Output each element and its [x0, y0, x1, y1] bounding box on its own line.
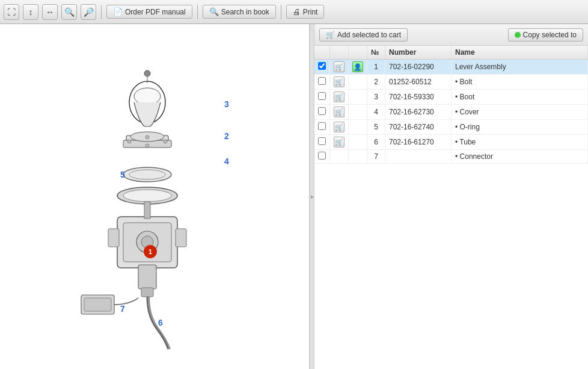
label-7: 7 [120, 304, 125, 314]
table-row[interactable]: 🛒3702-16-59330• Boot [314, 90, 588, 105]
order-pdf-label: Order PDF manual [125, 8, 186, 16]
pdf-icon: 📄 [113, 7, 123, 16]
row-cart1-cell: 🛒 [330, 105, 349, 120]
col-header-number: Number [385, 46, 452, 60]
cart1-icon[interactable]: 🛒 [334, 61, 345, 72]
label-6: 6 [158, 318, 163, 327]
cart1-icon[interactable]: 🛒 [334, 107, 345, 117]
expand-height-btn[interactable]: ↕ [23, 4, 38, 20]
table-row[interactable]: 🛒201252-60512• Bolt [314, 75, 588, 90]
label-2: 2 [224, 131, 229, 141]
row-part-name: • Tube [452, 135, 588, 150]
row-checkbox[interactable] [318, 152, 326, 160]
label-3: 3 [224, 99, 229, 109]
table-row[interactable]: 7• Connector [314, 150, 588, 164]
right-panel: 🛒 Add selected to cart Copy selected to … [314, 24, 588, 369]
table-container: № Number Name 🛒👤1702-16-02290Lever Assem… [314, 46, 588, 369]
row-checkbox-cell[interactable] [314, 90, 330, 105]
row-part-number: 702-16-62730 [385, 105, 452, 120]
svg-point-8 [164, 140, 167, 143]
sep1 [101, 5, 102, 19]
cart1-icon[interactable]: 🛒 [334, 91, 345, 102]
svg-rect-23 [141, 288, 153, 297]
zoom-out-btn[interactable]: 🔎 [81, 4, 96, 20]
table-header-row: № Number Name [314, 46, 588, 60]
row-checkbox[interactable] [318, 107, 326, 115]
cart1-icon[interactable]: 🛒 [334, 122, 345, 132]
table-row[interactable]: 🛒4702-16-62730• Cover [314, 105, 588, 120]
row-checkbox-cell[interactable] [314, 150, 330, 164]
row-cart1-cell: 🛒 [330, 135, 349, 150]
row-index: 2 [367, 75, 385, 90]
expand-width-btn[interactable]: ↔ [42, 4, 58, 20]
search-icon: 🔍 [209, 7, 219, 16]
cart1-icon[interactable]: 🛒 [334, 76, 345, 87]
svg-rect-21 [176, 229, 186, 247]
parts-table: № Number Name 🛒👤1702-16-02290Lever Assem… [314, 46, 588, 164]
row-cart2-cell [349, 105, 367, 120]
col-header-check [314, 46, 330, 60]
search-book-btn[interactable]: 🔍 Search in book [203, 5, 276, 19]
row-checkbox[interactable] [318, 92, 326, 100]
add-to-cart-btn[interactable]: 🛒 Add selected to cart [319, 28, 408, 42]
table-body: 🛒👤1702-16-02290Lever Assembly🛒201252-605… [314, 60, 588, 164]
col-header-name: Name [452, 46, 588, 60]
row-cart2-cell [349, 150, 367, 164]
main-content: 1 3 2 4 5 6 7 ▸ 🛒 Add selected to cart C… [0, 24, 588, 369]
row-checkbox-cell[interactable] [314, 135, 330, 150]
row-checkbox-cell[interactable] [314, 105, 330, 120]
row-part-name: • Connector [452, 150, 588, 164]
row-index: 3 [367, 90, 385, 105]
row-part-name: • Bolt [452, 75, 588, 90]
table-row[interactable]: 🛒6702-16-61270• Tube [314, 135, 588, 150]
row-checkbox-cell[interactable] [314, 60, 330, 75]
cart2-icon[interactable]: 👤 [352, 61, 363, 72]
row-checkbox[interactable] [318, 137, 326, 145]
label-4: 4 [224, 157, 229, 166]
cart-icon: 🛒 [326, 31, 335, 39]
sep3 [281, 5, 281, 19]
row-cart1-cell: 🛒 [330, 90, 349, 105]
green-dot-icon [515, 32, 521, 38]
row-checkbox[interactable] [318, 77, 326, 85]
row-part-name: • Boot [452, 90, 588, 105]
order-pdf-btn[interactable]: 📄 Order PDF manual [106, 5, 192, 19]
parts-diagram: 1 [18, 42, 295, 367]
table-row[interactable]: 🛒5702-16-62740• O-ring [314, 120, 588, 135]
row-checkbox[interactable] [318, 122, 326, 130]
row-cart2-cell [349, 75, 367, 90]
print-icon: 🖨 [293, 7, 301, 16]
cart1-icon[interactable]: 🛒 [334, 137, 345, 147]
svg-point-7 [127, 140, 131, 143]
col-header-num: № [367, 46, 385, 60]
row-cart2-cell [349, 90, 367, 105]
row-checkbox-cell[interactable] [314, 120, 330, 135]
svg-point-10 [145, 135, 149, 139]
row-cart1-cell [330, 150, 349, 164]
row-cart1-cell: 🛒 [330, 120, 349, 135]
panel-splitter[interactable]: ▸ [310, 24, 314, 369]
svg-rect-22 [138, 265, 156, 289]
row-cart2-cell [349, 120, 367, 135]
row-part-name: • Cover [452, 105, 588, 120]
row-part-number: 702-16-62740 [385, 120, 452, 135]
col-header-cart1 [330, 46, 349, 60]
print-btn[interactable]: 🖨 Print [286, 5, 325, 19]
copy-selected-btn[interactable]: Copy selected to [508, 28, 583, 42]
search-book-label: Search in book [221, 8, 269, 16]
expand-fit-btn[interactable]: ⛶ [4, 4, 19, 20]
row-index: 5 [367, 120, 385, 135]
zoom-in-btn[interactable]: 🔍 [61, 4, 77, 20]
svg-point-14 [123, 190, 171, 202]
row-cart1-cell: 🛒 [330, 75, 349, 90]
row-index: 4 [367, 105, 385, 120]
row-checkbox[interactable] [318, 62, 326, 70]
row-part-name: Lever Assembly [452, 60, 588, 75]
row-checkbox-cell[interactable] [314, 75, 330, 90]
row-cart2-cell [349, 135, 367, 150]
svg-rect-25 [84, 298, 111, 311]
row-part-number: 702-16-02290 [385, 60, 452, 75]
table-row[interactable]: 🛒👤1702-16-02290Lever Assembly [314, 60, 588, 75]
label-5: 5 [120, 170, 125, 179]
row-part-number: 01252-60512 [385, 75, 452, 90]
